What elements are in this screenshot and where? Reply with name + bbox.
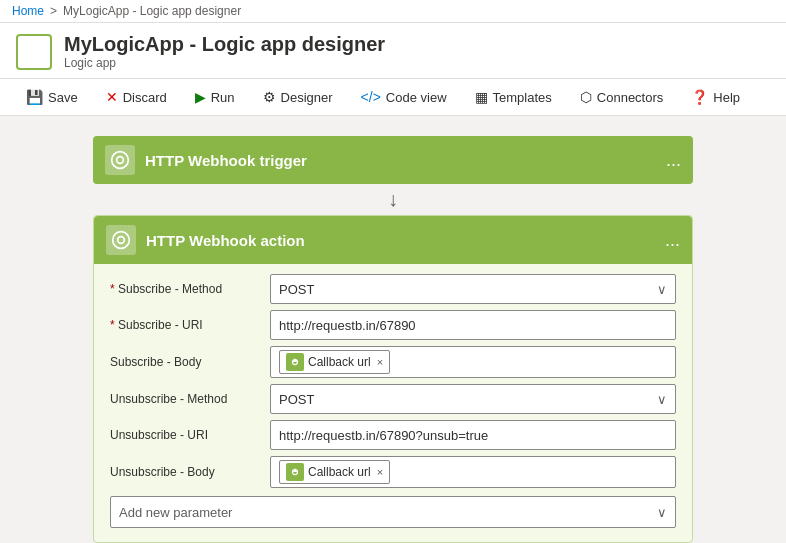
code-view-label: Code view [386,90,447,105]
add-param-row: Add new parameter ∨ [110,496,676,528]
trigger-title: HTTP Webhook trigger [145,152,666,169]
run-button[interactable]: ▶ Run [181,79,249,115]
chevron-down-icon-2: ∨ [657,392,667,407]
main-content: HTTP Webhook trigger ... ↓ HTTP Webhook … [0,116,786,543]
action-block: HTTP Webhook action ... Subscribe - Meth… [93,215,693,543]
subscribe-uri-row: Subscribe - URI http://requestb.in/67890 [110,310,676,340]
subscribe-body-row: Subscribe - Body Callback url [110,346,676,378]
unsubscribe-uri-input[interactable]: http://requestb.in/67890?unsub=true [270,420,676,450]
discard-button[interactable]: ✕ Discard [92,79,181,115]
link-icon [289,356,301,368]
callback-url-tag-text-1: Callback url [308,355,371,369]
designer-label: Designer [281,90,333,105]
unsubscribe-uri-control: http://requestb.in/67890?unsub=true [270,420,676,450]
run-icon: ▶ [195,89,206,105]
save-label: Save [48,90,78,105]
unsubscribe-body-control: Callback url × [270,456,676,488]
unsubscribe-uri-row: Unsubscribe - URI http://requestb.in/678… [110,420,676,450]
unsubscribe-method-label: Unsubscribe - Method [110,392,270,406]
chevron-down-icon: ∨ [657,282,667,297]
add-param-placeholder: Add new parameter [119,505,232,520]
app-title-block: MyLogicApp - Logic app designer Logic ap… [64,33,385,70]
unsubscribe-method-control: POST ∨ [270,384,676,414]
add-param-select[interactable]: Add new parameter ∨ [110,496,676,528]
svg-point-5 [117,157,124,164]
trigger-block[interactable]: HTTP Webhook trigger ... [93,136,693,184]
tag-close-1[interactable]: × [377,356,383,368]
connectors-button[interactable]: ⬡ Connectors [566,79,677,115]
code-view-button[interactable]: </> Code view [347,79,461,115]
help-icon: ❓ [691,89,708,105]
link-icon-2 [289,466,301,478]
discard-icon: ✕ [106,89,118,105]
discard-label: Discard [123,90,167,105]
subscribe-uri-control: http://requestb.in/67890 [270,310,676,340]
subscribe-method-label: Subscribe - Method [110,282,270,296]
subscribe-uri-input[interactable]: http://requestb.in/67890 [270,310,676,340]
designer-icon: ⚙ [263,89,276,105]
help-button[interactable]: ❓ Help [677,79,754,115]
app-logo [16,34,52,70]
breadcrumb-app: MyLogicApp - Logic app designer [63,4,241,18]
action-form: Subscribe - Method POST ∨ Subscribe - UR… [94,264,692,542]
unsubscribe-method-select[interactable]: POST ∨ [270,384,676,414]
app-header: MyLogicApp - Logic app designer Logic ap… [0,23,786,79]
subscribe-body-tag-container[interactable]: Callback url × [270,346,676,378]
breadcrumb-sep1: > [50,4,57,18]
templates-icon: ▦ [475,89,488,105]
unsubscribe-body-label: Unsubscribe - Body [110,465,270,479]
subscribe-method-row: Subscribe - Method POST ∨ [110,274,676,304]
callback-icon-1 [286,353,304,371]
subscribe-method-select[interactable]: POST ∨ [270,274,676,304]
flow-container: HTTP Webhook trigger ... ↓ HTTP Webhook … [20,136,766,543]
app-title: MyLogicApp - Logic app designer [64,33,385,56]
subscribe-method-control: POST ∨ [270,274,676,304]
connectors-icon: ⬡ [580,89,592,105]
unsubscribe-body-row: Unsubscribe - Body Callback url [110,456,676,488]
save-button[interactable]: 💾 Save [12,79,92,115]
action-menu[interactable]: ... [665,230,680,251]
action-icon [106,225,136,255]
action-title: HTTP Webhook action [146,232,665,249]
callback-url-tag-1: Callback url × [279,350,390,374]
templates-button[interactable]: ▦ Templates [461,79,566,115]
connectors-label: Connectors [597,90,663,105]
webhook-trigger-icon [110,150,130,170]
chevron-down-icon-3: ∨ [657,505,667,520]
unsubscribe-uri-label: Unsubscribe - URI [110,428,270,442]
subscribe-body-label: Subscribe - Body [110,355,270,369]
subscribe-method-value: POST [279,282,657,297]
unsubscribe-method-value: POST [279,392,657,407]
callback-url-tag-2: Callback url × [279,460,390,484]
run-label: Run [211,90,235,105]
templates-label: Templates [493,90,552,105]
designer-button[interactable]: ⚙ Designer [249,79,347,115]
unsubscribe-method-row: Unsubscribe - Method POST ∨ [110,384,676,414]
action-header[interactable]: HTTP Webhook action ... [94,216,692,264]
webhook-action-icon [111,230,131,250]
top-bar: Home > MyLogicApp - Logic app designer [0,0,786,23]
toolbar: 💾 Save ✕ Discard ▶ Run ⚙ Designer </> Co… [0,79,786,116]
subscribe-body-control: Callback url × [270,346,676,378]
app-subtitle: Logic app [64,56,385,70]
arrow-down: ↓ [388,188,398,211]
breadcrumb-home[interactable]: Home [12,4,44,18]
trigger-icon [105,145,135,175]
code-view-icon: </> [361,89,381,105]
trigger-menu[interactable]: ... [666,150,681,171]
save-icon: 💾 [26,89,43,105]
tag-close-2[interactable]: × [377,466,383,478]
unsubscribe-body-tag-container[interactable]: Callback url × [270,456,676,488]
svg-point-6 [118,237,125,244]
callback-icon-2 [286,463,304,481]
subscribe-uri-label: Subscribe - URI [110,318,270,332]
help-label: Help [713,90,740,105]
callback-url-tag-text-2: Callback url [308,465,371,479]
